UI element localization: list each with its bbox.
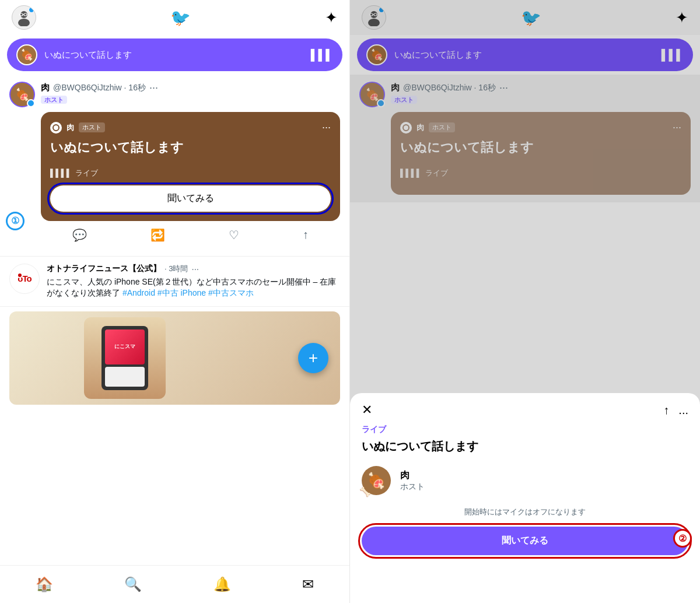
tweet-more-left[interactable]: ··· (149, 82, 158, 94)
tweet-name-row-left: 肉 @BWQB6QiJtzhiw · 16秒 ··· (41, 82, 340, 94)
sheet-live-label: ライブ (362, 425, 688, 435)
card-header-row-left: 肉 ホスト ··· (50, 121, 331, 134)
sheet-host-info: 肉 ホスト (400, 469, 425, 492)
tweet-handle-left: @BWQB6QiJtzhiw · 16秒 (53, 83, 146, 93)
listen-button-left[interactable]: 聞いてみる (50, 185, 331, 212)
user-avatar-left[interactable] (12, 5, 36, 30)
tweet-actions-left: 💬 🔁 ♡ ↑ (41, 221, 340, 249)
news-logo-left: oTo (9, 264, 40, 294)
online-dot-left (29, 7, 34, 13)
bottom-nav-left: 🏠 🔍 🔔 ✉ (0, 565, 349, 603)
search-nav-left[interactable]: 🔍 (121, 573, 145, 596)
news-name-left: オトナライフニュース【公式】 (47, 264, 161, 274)
recording-dot-left (27, 99, 35, 107)
tweet-meta-left: 肉 @BWQB6QiJtzhiw · 16秒 ··· ホスト (41, 82, 340, 104)
tweet-left: 🍖 肉 @BWQB6QiJtzhiw · 16秒 ··· ホスト (0, 75, 349, 257)
sheet-host-role: ホスト (400, 482, 425, 492)
card-logo-inner (52, 124, 60, 131)
sheet-action-buttons: ↑ ... (663, 404, 688, 417)
comment-icon[interactable]: 💬 (68, 226, 92, 244)
like-icon[interactable]: ♡ (224, 226, 244, 244)
sheet-host-avatar: 🍖 🦴 (362, 466, 391, 495)
tweet-header-left: 🍖 肉 @BWQB6QiJtzhiw · 16秒 ··· ホスト (9, 82, 340, 107)
card-live-row-left: ▌▌▌▌ ライブ (50, 168, 331, 178)
news-content-left: オトナライフニュース【公式】 · 3時間 ··· にこスマ、人気の iPhone… (47, 264, 340, 299)
news-meta-left: オトナライフニュース【公式】 · 3時間 ··· (47, 264, 340, 274)
listen-button-right[interactable]: 聞いてみる (362, 527, 688, 555)
share-icon[interactable]: ↑ (298, 226, 313, 244)
live-label-left: ライブ (75, 168, 98, 178)
sheet-mic-note: 開始時にはマイクはオフになります (362, 507, 688, 517)
spaces-bar-left[interactable]: 🍖 いぬについて話します ▌▌▌ (7, 38, 342, 71)
spaces-card-left: 肉 ホスト ··· いぬについて話します ▌▌▌▌ ライブ 聞いてみる (41, 112, 340, 221)
sheet-host-row: 🍖 🦴 肉 ホスト (362, 466, 688, 495)
card-logo-left (50, 122, 62, 134)
spaces-wave-left: ▌▌▌ (311, 49, 333, 61)
news-item-left: oTo オトナライフニュース【公式】 · 3時間 ··· にこスマ、人気の iP… (0, 257, 349, 307)
sheet-share-button[interactable]: ↑ (663, 404, 669, 417)
sheet-title: いぬについて話します (362, 439, 688, 454)
news-hashtags-left[interactable]: #Android #中古 iPhone #中古スマホ (123, 288, 254, 297)
svg-point-1 (18, 19, 30, 26)
tweet-avatar-left: 🍖 (9, 82, 35, 107)
news-time-left: · 3時間 (164, 264, 188, 274)
spaces-avatar-left: 🍖 (16, 44, 37, 65)
avatar-wrapper-left (12, 5, 36, 30)
fab-button[interactable]: + (298, 343, 328, 373)
sheet-more-button[interactable]: ... (678, 404, 688, 417)
mail-nav-left[interactable]: ✉ (299, 573, 317, 596)
retweet-icon[interactable]: 🔁 (146, 226, 170, 244)
news-body-left: にこスマ、人気の iPhone SE(第２世代）など中古スマホのセール開催中 –… (47, 276, 340, 299)
left-header: 🐦 ✦ (0, 0, 349, 35)
twitter-logo-left: 🐦 (170, 8, 191, 27)
bottom-sheet: ✕ ↑ ... ライブ いぬについて話します 🍖 🦴 肉 ホスト 開始時にはマイ… (350, 393, 700, 603)
card-name-left: 肉 (66, 122, 74, 133)
bell-nav-left[interactable]: 🔔 (210, 573, 235, 596)
step-circle-2: ② (673, 529, 692, 548)
step-circle-1: ① (6, 212, 24, 230)
card-more-left[interactable]: ··· (322, 121, 331, 134)
card-title-left: いぬについて話します (50, 139, 331, 156)
live-wave-icon: ▌▌▌▌ (50, 169, 72, 177)
right-panel: 🐦 ✦ 🍖 いぬについて話します ▌▌▌ 🍖 肉 @BWQB6QiJt (350, 0, 700, 603)
spaces-title-left: いぬについて話します (44, 50, 304, 61)
sheet-close-button[interactable]: ✕ (362, 402, 372, 418)
left-panel: 🐦 ✦ 🍖 いぬについて話します ▌▌▌ 🍖 肉 @BWQB6QiJtzhiw … (0, 0, 350, 603)
phone-placeholder: にこスマ (84, 317, 166, 399)
home-nav-left[interactable]: 🏠 (32, 573, 57, 596)
bone-icon: 🦴 (359, 486, 371, 497)
sparkle-icon-left[interactable]: ✦ (325, 9, 338, 27)
phone-image-left: にこスマ + (9, 311, 340, 405)
tweet-name-left: 肉 (41, 82, 50, 93)
card-host-badge-left: ホスト (79, 122, 105, 132)
sheet-host-name: 肉 (400, 469, 425, 482)
host-badge-left: ホスト (41, 96, 67, 104)
news-more-left[interactable]: ··· (191, 264, 199, 274)
sheet-header: ✕ ↑ ... (362, 402, 688, 418)
